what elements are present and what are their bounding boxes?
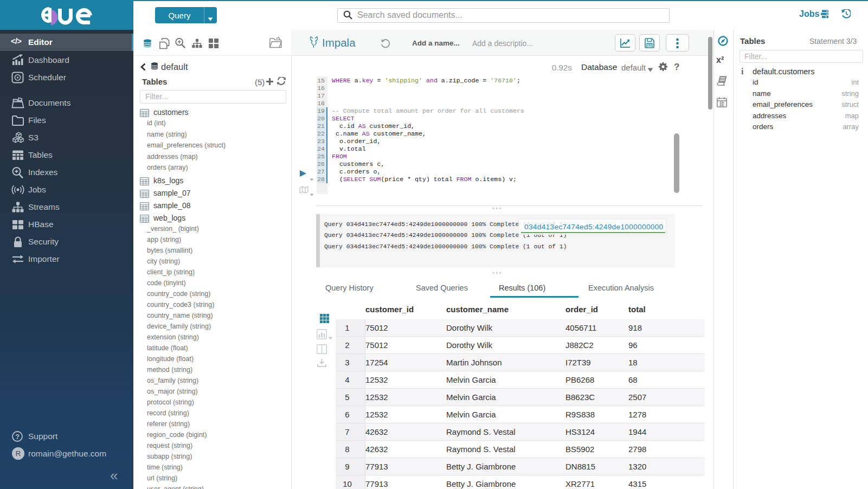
svg-text:?: ? (15, 433, 20, 441)
